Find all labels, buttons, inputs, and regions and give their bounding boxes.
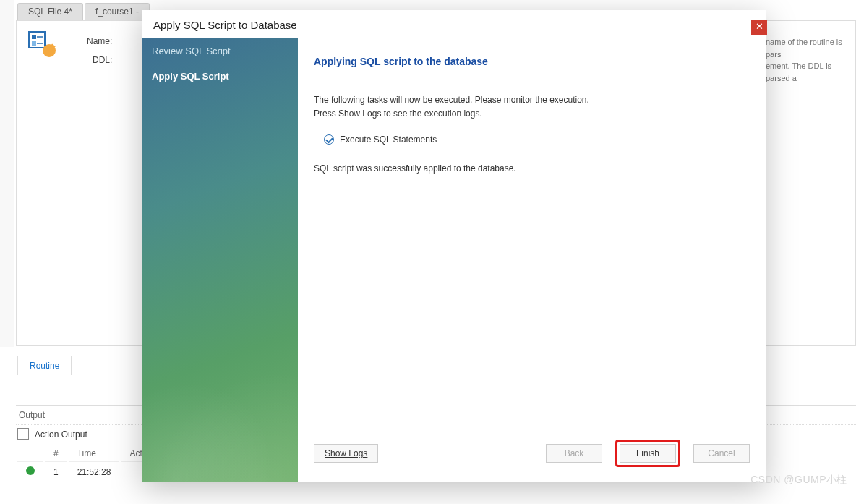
- content-line: The following tasks will now be executed…: [314, 93, 750, 107]
- result-text: SQL script was successfully applied to t…: [314, 162, 750, 176]
- watermark: CSDN @GUMP小柱: [750, 474, 847, 487]
- dialog-title: Apply SQL Script to Database: [142, 10, 766, 38]
- cancel-button[interactable]: Cancel: [693, 444, 750, 463]
- wizard-sidebar: Review SQL Script Apply SQL Script: [142, 38, 298, 482]
- tab-course[interactable]: f_course1 -: [85, 3, 150, 20]
- copy-icon[interactable]: [19, 430, 29, 440]
- routine-icon: [27, 29, 58, 59]
- finish-button[interactable]: Finish: [620, 444, 676, 463]
- output-type: Action Output: [35, 430, 87, 440]
- hint-line: ement. The DDL is parsed a: [766, 60, 856, 84]
- name-label: Name:: [87, 36, 112, 46]
- svg-rect-1: [32, 35, 36, 39]
- task-row: Execute SQL Statements: [324, 134, 750, 145]
- check-icon: [324, 134, 334, 145]
- apply-sql-dialog: Apply SQL Script to Database ✕ Review SQ…: [142, 10, 766, 482]
- col-index: #: [45, 445, 67, 462]
- field-labels: Name: DDL:: [87, 36, 112, 74]
- close-button[interactable]: ✕: [751, 20, 767, 35]
- table-row[interactable]: 1 21:52:28: [17, 464, 163, 480]
- task-label: Execute SQL Statements: [340, 134, 437, 145]
- dialog-body: Review SQL Script Apply SQL Script Apply…: [142, 38, 766, 482]
- hint-line: name of the routine is pars: [766, 36, 856, 60]
- tab-bar: SQL File 4* f_course1 -: [17, 3, 150, 20]
- tab-routine[interactable]: Routine: [17, 356, 72, 375]
- wizard-content: Applying SQL script to the database The …: [298, 38, 766, 482]
- success-icon: [26, 466, 35, 475]
- col-time: Time: [69, 445, 120, 462]
- dialog-footer: Show Logs Back Finish Cancel: [314, 440, 750, 482]
- svg-rect-2: [32, 41, 36, 46]
- table-header-row: # Time Action: [17, 445, 163, 462]
- tab-sql-file[interactable]: SQL File 4*: [17, 3, 83, 20]
- content-heading: Applying SQL script to the database: [314, 56, 750, 67]
- gutter: [0, 0, 14, 347]
- step-review[interactable]: Review SQL Script: [142, 38, 298, 64]
- finish-highlight: Finish: [615, 440, 680, 467]
- step-apply[interactable]: Apply SQL Script: [142, 64, 298, 89]
- ddl-label: DDL:: [87, 55, 112, 65]
- cell-time: 21:52:28: [69, 464, 120, 480]
- hint-text: name of the routine is pars ement. The D…: [766, 36, 856, 84]
- svg-rect-0: [29, 32, 45, 48]
- content-line: Press Show Logs to see the execution log…: [314, 107, 750, 121]
- content-body: The following tasks will now be executed…: [314, 93, 750, 120]
- back-button[interactable]: Back: [546, 444, 602, 463]
- close-icon: ✕: [756, 21, 763, 32]
- show-logs-button[interactable]: Show Logs: [314, 444, 378, 463]
- cell-index: 1: [45, 464, 67, 480]
